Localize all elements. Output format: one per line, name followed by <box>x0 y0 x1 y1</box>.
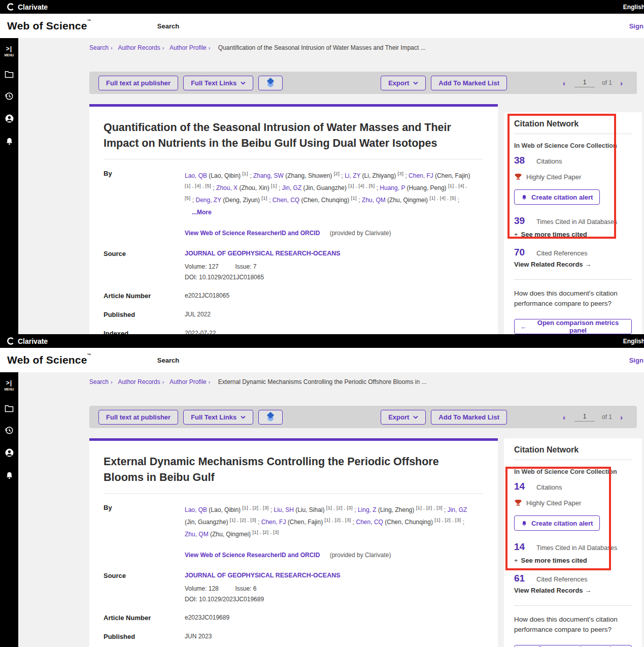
breadcrumb-search[interactable]: Search <box>89 44 109 51</box>
author-affiliation-sup[interactable]: [1] , [4] , [5] <box>348 183 375 188</box>
author-affiliation-sup[interactable]: [1] , [4] , [5] <box>429 195 456 201</box>
author-link[interactable]: Zhang, SW <box>253 172 284 179</box>
breadcrumb-author-records[interactable]: Author Records <box>118 378 160 385</box>
author-affiliation-sup[interactable]: [2] <box>334 171 340 176</box>
author-link[interactable]: Chen, CQ <box>273 197 299 204</box>
author-link[interactable]: Zhu, QM <box>362 197 386 204</box>
account-icon[interactable] <box>5 448 14 458</box>
by-label: By <box>104 504 185 540</box>
times-cited-count[interactable]: 14 <box>514 541 536 553</box>
marked-list-folder-icon[interactable] <box>5 404 14 412</box>
view-related-records-link[interactable]: View Related Records → <box>514 587 632 594</box>
author-affiliation-sup[interactable]: [1] <box>242 171 248 176</box>
citations-count[interactable]: 14 <box>514 481 536 492</box>
cited-references-count[interactable]: 70 <box>514 247 536 258</box>
marked-list-folder-icon[interactable] <box>5 70 14 78</box>
open-comparison-metrics-button[interactable]: ←Open comparison metrics panel <box>514 645 632 647</box>
add-to-marked-list-button[interactable]: Add To Marked List <box>431 76 507 90</box>
author-affiliation-sup[interactable]: [3] <box>398 171 403 176</box>
breadcrumb-author-profile[interactable]: Author Profile <box>170 44 207 51</box>
author-affiliation-sup[interactable]: [1] , [2] , [3] <box>242 505 268 510</box>
clarivate-logo[interactable]: Clarivate <box>7 3 48 11</box>
alerts-bell-icon[interactable] <box>5 137 14 146</box>
author-link[interactable]: Lao, QB <box>185 172 207 179</box>
create-citation-alert-button[interactable]: Create citation alert <box>514 515 600 531</box>
researcherid-link[interactable]: View Web of Science ResearcherID and ORC… <box>185 230 320 237</box>
account-icon[interactable] <box>5 114 14 123</box>
author-affiliation-sup[interactable]: [1] , [2] , [3] <box>416 505 443 510</box>
next-page-icon[interactable]: › <box>615 413 628 422</box>
add-to-marked-list-button[interactable]: Add To Marked List <box>431 410 507 425</box>
access-source-button[interactable] <box>258 76 283 90</box>
author-link[interactable]: Lao, QB <box>185 506 207 513</box>
author-link[interactable]: Li, ZY <box>345 172 360 179</box>
author-affiliation-sup[interactable]: [1] <box>261 195 267 201</box>
author-affiliation-sup[interactable]: [1] , [2] , [3] <box>324 517 351 523</box>
full-text-links-button[interactable]: Full Text Links <box>183 410 253 425</box>
menu-toggle[interactable]: >| MENU <box>4 45 14 57</box>
citations-count[interactable]: 38 <box>514 155 536 166</box>
divider <box>514 605 632 606</box>
see-more-times-cited-link[interactable]: +See more times cited <box>514 557 632 564</box>
alerts-bell-icon[interactable] <box>5 471 14 480</box>
trademark-symbol: ™ <box>87 353 91 358</box>
author-link[interactable]: Deng, ZY <box>195 197 221 204</box>
author-link[interactable]: Chen, FJ <box>409 172 433 179</box>
author-link[interactable]: Liu, SH <box>274 506 293 513</box>
full-text-links-button[interactable]: Full Text Links <box>183 76 253 90</box>
author-affiliation-sup[interactable]: [1] <box>351 195 357 201</box>
author-link[interactable]: Huang, P <box>380 184 405 191</box>
author-link[interactable]: Jin, GZ <box>282 184 302 191</box>
sign-in-link[interactable]: Sign In <box>629 14 644 38</box>
author-affiliation-sup[interactable]: [1] , [2] , [3] <box>326 505 353 510</box>
full-text-publisher-button[interactable]: Full text at publisher <box>98 410 178 425</box>
full-text-publisher-button[interactable]: Full text at publisher <box>98 76 178 90</box>
breadcrumb-search[interactable]: Search <box>89 378 109 385</box>
author-link[interactable]: Jin, GZ <box>448 506 467 513</box>
breadcrumb-author-profile[interactable]: Author Profile <box>170 378 207 385</box>
menu-toggle[interactable]: >| MENU <box>4 379 14 391</box>
create-citation-alert-button[interactable]: Create citation alert <box>514 189 600 205</box>
language-selector[interactable]: English <box>623 0 644 14</box>
journal-link[interactable]: JOURNAL OF GEOPHYSICAL RESEARCH-OCEANS <box>185 572 341 579</box>
nav-search-link[interactable]: Search <box>157 357 179 364</box>
researcherid-link[interactable]: View Web of Science ResearcherID and ORC… <box>185 552 320 559</box>
cited-references-count[interactable]: 61 <box>514 573 536 584</box>
see-more-times-cited-link[interactable]: +See more times cited <box>514 231 632 238</box>
export-button[interactable]: Export <box>381 76 426 90</box>
page-number-input[interactable]: 1 <box>574 79 595 87</box>
access-source-button[interactable] <box>258 410 283 425</box>
page-number-input[interactable]: 1 <box>574 413 595 422</box>
author-link[interactable]: Zhu, QM <box>185 531 209 538</box>
pagination: ‹ 1 of 1 › <box>558 79 628 87</box>
breadcrumb-author-records[interactable]: Author Records <box>118 44 160 51</box>
view-related-records-link[interactable]: View Related Records → <box>514 261 632 268</box>
author-affiliation-sup[interactable]: [1] , [2] , [3] <box>434 517 461 523</box>
journal-link[interactable]: JOURNAL OF GEOPHYSICAL RESEARCH-OCEANS <box>185 250 341 257</box>
wos-logo[interactable]: Web of Science™ <box>7 354 91 366</box>
record-page: Clarivate English Web of Science™ Search… <box>0 0 644 334</box>
nav-search-link[interactable]: Search <box>157 22 179 30</box>
clarivate-logo[interactable]: Clarivate <box>7 337 48 345</box>
author-link[interactable]: Chen, CQ <box>356 519 383 526</box>
language-selector[interactable]: English <box>623 334 644 348</box>
author-link[interactable]: Chen, FJ <box>261 519 286 526</box>
author-affiliation-sup[interactable]: [1] , [2] , [3] <box>252 529 279 535</box>
export-button[interactable]: Export <box>381 410 426 425</box>
search-history-icon[interactable] <box>5 91 14 101</box>
authors-more-link[interactable]: ...More <box>192 209 212 216</box>
search-history-icon[interactable] <box>5 426 14 435</box>
wos-logo[interactable]: Web of Science™ <box>7 20 91 32</box>
author-affiliation-sup[interactable]: [1] <box>271 183 277 188</box>
open-comparison-metrics-button[interactable]: ←Open comparison metrics panel <box>514 319 632 334</box>
author-link[interactable]: Zhou, X <box>216 184 238 191</box>
previous-page-icon[interactable]: ‹ <box>558 79 570 87</box>
author-affiliation-sup[interactable]: [1] , [2] , [3] <box>230 517 256 523</box>
author-affiliation-sup[interactable]: [1] , [4] , [5] <box>185 183 211 188</box>
author-separator: ; <box>351 519 356 526</box>
sign-in-link[interactable]: Sign In <box>629 348 644 372</box>
author-link[interactable]: Ling, Z <box>358 506 377 513</box>
times-cited-count[interactable]: 39 <box>514 215 536 227</box>
next-page-icon[interactable]: › <box>615 79 628 87</box>
previous-page-icon[interactable]: ‹ <box>558 413 570 422</box>
